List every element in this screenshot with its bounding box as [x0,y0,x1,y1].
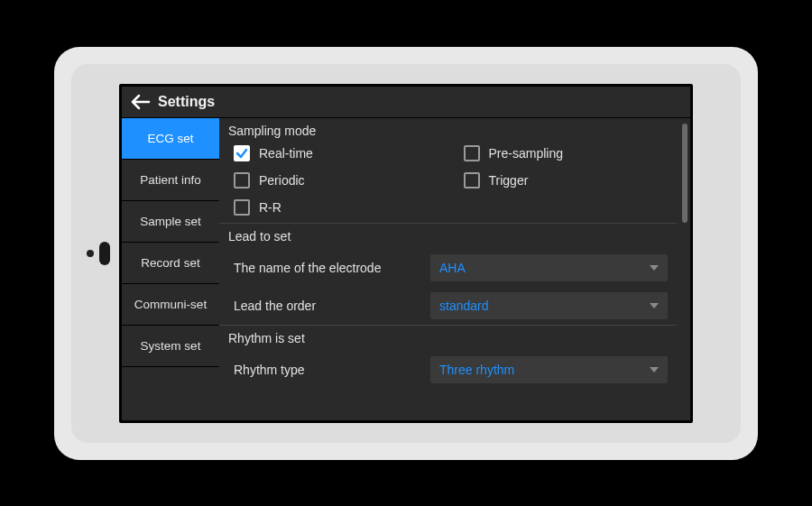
header-bar: Settings [122,87,690,118]
scroll-thumb[interactable] [682,124,687,223]
select-rhythm-type[interactable]: Three rhythm [430,356,668,383]
select-value: standard [439,299,488,313]
checkbox-icon [464,145,480,161]
checkbox-icon [234,172,250,189]
select-value: Three rhythm [439,363,514,377]
checkbox-icon [234,199,250,216]
sidebar-item-sample-set[interactable]: Sample set [122,201,219,243]
content-scroll: Sampling mode Real-time [219,118,682,420]
select-lead-order[interactable]: standard [430,292,668,319]
chevron-down-icon [650,367,659,373]
sidebar-item-patient-info[interactable]: Patient info [122,160,219,201]
row-electrode-name: The name of the electrode AHA [219,249,677,287]
tablet-inner-rim: Settings ECG set Patient info Sample set… [71,64,741,443]
chevron-down-icon [650,265,659,271]
option-label: R-R [259,200,281,215]
row-rhythm-type: Rhythm type Three rhythm [219,351,677,389]
form-label: The name of the electrode [234,261,423,275]
option-periodic[interactable]: Periodic [234,172,437,189]
page-title: Settings [158,94,215,110]
section-title-lead-to-set: Lead to set [219,224,677,249]
checkbox-icon [464,172,480,189]
option-real-time[interactable]: Real-time [234,145,437,161]
tablet-frame: Settings ECG set Patient info Sample set… [54,47,758,460]
form-label: Rhythm type [234,363,423,377]
tablet-home-button[interactable] [99,242,110,265]
option-label: Trigger [489,173,529,188]
row-lead-order: Lead the order standard [219,287,677,325]
back-icon[interactable] [131,94,151,110]
sidebar-item-communi-set[interactable]: Communi-set [122,284,219,326]
option-label: Real-time [259,146,313,161]
section-title-sampling-mode: Sampling mode [219,118,677,143]
checkbox-icon [234,145,250,161]
option-label: Periodic [259,173,305,188]
sidebar-item-ecg-set[interactable]: ECG set [122,118,219,160]
option-label: Pre-sampling [489,146,563,161]
form-label: Lead the order [234,299,423,313]
sampling-mode-options: Real-time Pre-sampling [219,143,677,223]
sidebar-item-system-set[interactable]: System set [122,326,219,367]
select-electrode-name[interactable]: AHA [430,254,668,281]
tablet-camera [87,250,94,257]
sidebar-item-record-set[interactable]: Record set [122,243,219,284]
chevron-down-icon [650,303,659,308]
select-value: AHA [439,261,466,275]
option-pre-sampling[interactable]: Pre-sampling [464,145,667,161]
sidebar: ECG set Patient info Sample set Record s… [122,118,219,420]
body: ECG set Patient info Sample set Record s… [122,118,690,420]
option-r-r[interactable]: R-R [234,199,437,216]
scrollbar[interactable] [682,124,687,415]
option-trigger[interactable]: Trigger [464,172,667,189]
section-title-rhythm-set: Rhythm is set [219,326,677,351]
screen: Settings ECG set Patient info Sample set… [119,84,693,423]
main: Sampling mode Real-time [219,118,690,420]
